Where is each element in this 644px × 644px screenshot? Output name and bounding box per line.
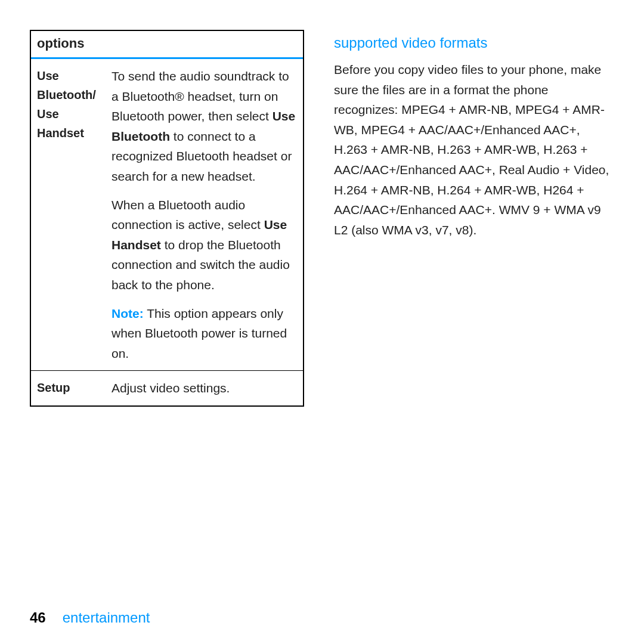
options-table-header: options: [31, 31, 303, 59]
options-title: options: [37, 36, 84, 51]
note-prefix: Note:: [112, 306, 144, 320]
page: options Use Bluetooth/ Use Handset To se…: [0, 0, 644, 644]
right-column: supported video formats Before you copy …: [334, 30, 614, 407]
left-column: options Use Bluetooth/ Use Handset To se…: [30, 30, 304, 407]
section-name: entertainment: [63, 609, 150, 626]
section-heading: supported video formats: [334, 35, 614, 51]
option-label: Use Bluetooth/ Use Handset: [31, 59, 109, 370]
option-label: Setup: [31, 371, 109, 405]
page-footer: 46entertainment: [30, 609, 150, 626]
table-row: Use Bluetooth/ Use Handset To send the a…: [31, 59, 303, 370]
option-label-line: Setup: [37, 381, 70, 394]
option-description: Adjust video settings.: [109, 371, 303, 405]
option-paragraph: Note: This option appears only when Blue…: [112, 304, 297, 364]
options-table: options Use Bluetooth/ Use Handset To se…: [30, 30, 304, 407]
option-label-line: Use Handset: [37, 107, 84, 140]
option-description: To send the audio soundtrack to a Blueto…: [109, 59, 303, 370]
option-paragraph: To send the audio soundtrack to a Blueto…: [112, 66, 297, 187]
body-text: Before you copy video files to your phon…: [334, 60, 614, 240]
table-row: Setup Adjust video settings.: [31, 370, 303, 405]
two-column-layout: options Use Bluetooth/ Use Handset To se…: [30, 30, 614, 407]
page-number: 46: [30, 609, 46, 626]
option-label-line: Use Bluetooth/: [37, 69, 96, 101]
option-paragraph: When a Bluetooth audio connection is act…: [112, 195, 297, 295]
